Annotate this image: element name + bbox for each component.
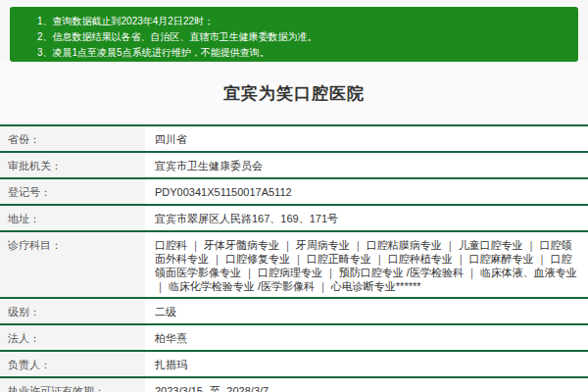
row-label: 负责人： bbox=[0, 352, 145, 376]
row-value: PDY00341X51150017A5112 bbox=[145, 179, 588, 204]
row-label: 地址： bbox=[0, 206, 145, 230]
table-row-treatment-subjects: 诊疗科目： 口腔科 ｜ 牙体牙髓病专业 ｜ 牙周病专业 ｜ 口腔粘膜病专业 ｜ … bbox=[0, 230, 588, 297]
row-label: 法人： bbox=[0, 325, 145, 350]
table-row-license-validity: 执业许可证有效期： 2023/3/15 -至- 2028/3/7 bbox=[0, 376, 588, 392]
row-value: 宜宾市翠屏区人民路167、169、171号 bbox=[145, 206, 588, 230]
row-value: 二级 bbox=[145, 299, 588, 323]
row-value: 口腔科 ｜ 牙体牙髓病专业 ｜ 牙周病专业 ｜ 口腔粘膜病专业 ｜ 儿童口腔专业… bbox=[145, 232, 588, 297]
notice-banner: 1、查询数据截止到2023年4月2日22时； 2、信息数据结果以各省、自治区、直… bbox=[10, 7, 578, 62]
row-label: 级别： bbox=[0, 299, 145, 323]
row-value: 四川省 bbox=[145, 126, 588, 151]
row-value: 宜宾市卫生健康委员会 bbox=[145, 153, 588, 177]
row-label: 执业许可证有效期： bbox=[0, 378, 145, 392]
page-title: 宜宾为笑口腔医院 bbox=[223, 82, 365, 105]
row-value: 2023/3/15 -至- 2028/3/7 bbox=[145, 378, 588, 392]
row-label: 登记号： bbox=[0, 179, 145, 204]
row-label: 审批机关： bbox=[0, 153, 145, 177]
notice-line-1: 1、查询数据截止到2023年4月2日22时； bbox=[37, 14, 568, 29]
table-row-level: 级别： 二级 bbox=[0, 297, 588, 323]
table-row-responsible-person: 负责人： 扎措玛 bbox=[0, 350, 588, 376]
row-label: 诊疗科目： bbox=[0, 232, 145, 297]
details-table: 省份： 四川省 审批机关： 宜宾市卫生健康委员会 登记号： PDY00341X5… bbox=[0, 124, 588, 392]
row-value: 扎措玛 bbox=[145, 352, 588, 376]
notice-line-2: 2、信息数据结果以各省、自治区、直辖市卫生健康委数据为准。 bbox=[37, 29, 568, 45]
table-row-registration-number: 登记号： PDY00341X51150017A5112 bbox=[0, 177, 588, 204]
table-row-approval-authority: 审批机关： 宜宾市卫生健康委员会 bbox=[0, 151, 588, 177]
table-row-province: 省份： 四川省 bbox=[0, 124, 588, 151]
title-section: 宜宾为笑口腔医院 bbox=[0, 62, 588, 124]
notice-line-3: 3、凌晨1点至凌晨5点系统进行维护，不能提供查询。 bbox=[37, 45, 568, 61]
hospital-license-page: { "notice": { "lines": [ "1、查询数据截止到2023年… bbox=[0, 0, 588, 392]
table-row-legal-person: 法人： 柏华熹 bbox=[0, 323, 588, 350]
row-value: 柏华熹 bbox=[145, 325, 588, 350]
row-label: 省份： bbox=[0, 126, 145, 151]
table-row-address: 地址： 宜宾市翠屏区人民路167、169、171号 bbox=[0, 204, 588, 230]
